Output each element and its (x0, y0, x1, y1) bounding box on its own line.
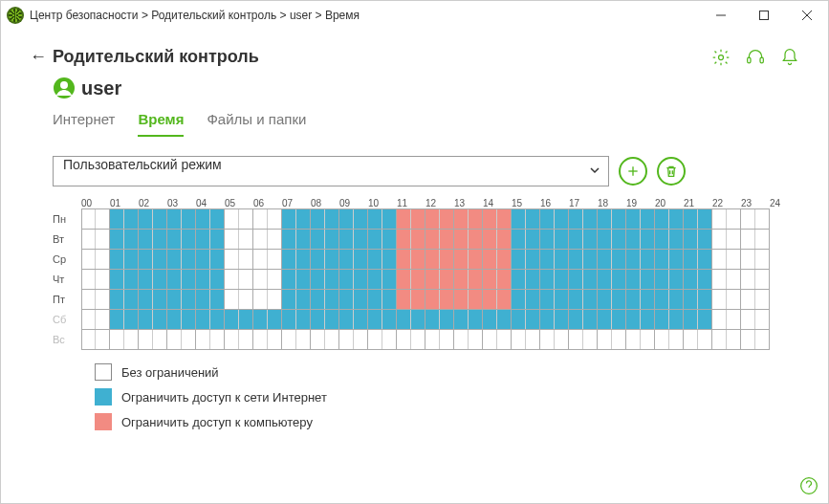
schedule-cell[interactable] (569, 310, 583, 329)
schedule-cell[interactable] (440, 209, 454, 229)
schedule-cell[interactable] (411, 209, 425, 229)
schedule-cell[interactable] (225, 310, 239, 329)
schedule-cell[interactable] (81, 330, 96, 349)
schedule-cell[interactable] (598, 270, 612, 289)
schedule-cell[interactable] (368, 310, 382, 329)
schedule-cell[interactable] (124, 250, 139, 269)
schedule-cell[interactable] (81, 209, 96, 229)
schedule-cell[interactable] (684, 230, 698, 249)
schedule-cell[interactable] (540, 330, 555, 349)
schedule-cell[interactable] (397, 270, 411, 289)
close-button[interactable] (785, 1, 828, 30)
schedule-cell[interactable] (440, 330, 454, 349)
schedule-cell[interactable] (311, 230, 325, 249)
schedule-cell[interactable] (741, 310, 755, 329)
schedule-cell[interactable] (397, 230, 411, 249)
schedule-cell[interactable] (397, 209, 411, 229)
schedule-cell[interactable] (512, 270, 526, 289)
schedule-cell[interactable] (411, 330, 425, 349)
schedule-cell[interactable] (425, 209, 440, 229)
schedule-cell[interactable] (253, 290, 268, 309)
schedule-cell[interactable] (655, 230, 669, 249)
schedule-cell[interactable] (268, 290, 282, 309)
schedule-cell[interactable] (454, 270, 469, 289)
schedule-cell[interactable] (454, 230, 469, 249)
schedule-cell[interactable] (139, 270, 153, 289)
schedule-cell[interactable] (196, 290, 210, 309)
schedule-cell[interactable] (569, 270, 583, 289)
schedule-cell[interactable] (253, 310, 268, 329)
schedule-cell[interactable] (712, 330, 727, 349)
schedule-cell[interactable] (225, 290, 239, 309)
schedule-cell[interactable] (239, 290, 253, 309)
tab-files[interactable]: Файлы и папки (207, 107, 306, 137)
schedule-cell[interactable] (153, 230, 167, 249)
schedule-cell[interactable] (382, 270, 397, 289)
schedule-cell[interactable] (411, 270, 425, 289)
schedule-cell[interactable] (741, 290, 755, 309)
schedule-cell[interactable] (483, 310, 497, 329)
schedule-cell[interactable] (712, 230, 727, 249)
help-button[interactable] (799, 476, 818, 495)
schedule-cell[interactable] (569, 250, 583, 269)
schedule-cell[interactable] (598, 230, 612, 249)
schedule-cell[interactable] (382, 290, 397, 309)
schedule-cell[interactable] (727, 270, 741, 289)
schedule-cell[interactable] (440, 270, 454, 289)
schedule-cell[interactable] (641, 290, 655, 309)
schedule-cell[interactable] (167, 330, 182, 349)
schedule-cell[interactable] (598, 310, 612, 329)
schedule-cell[interactable] (612, 310, 626, 329)
schedule-cell[interactable] (755, 290, 770, 309)
schedule-cell[interactable] (167, 230, 182, 249)
schedule-cell[interactable] (555, 250, 569, 269)
schedule-cell[interactable] (253, 250, 268, 269)
schedule-cell[interactable] (325, 290, 339, 309)
schedule-cell[interactable] (684, 250, 698, 269)
schedule-cell[interactable] (110, 209, 124, 229)
schedule-cell[interactable] (583, 209, 598, 229)
add-button[interactable] (619, 157, 647, 186)
schedule-cell[interactable] (411, 230, 425, 249)
schedule-cell[interactable] (210, 310, 225, 329)
schedule-cell[interactable] (110, 270, 124, 289)
schedule-cell[interactable] (196, 230, 210, 249)
schedule-cell[interactable] (96, 310, 110, 329)
schedule-cell[interactable] (296, 290, 311, 309)
schedule-cell[interactable] (526, 209, 540, 229)
schedule-cell[interactable] (497, 250, 512, 269)
schedule-cell[interactable] (382, 330, 397, 349)
schedule-cell[interactable] (483, 230, 497, 249)
schedule-cell[interactable] (368, 209, 382, 229)
schedule-cell[interactable] (641, 310, 655, 329)
schedule-cell[interactable] (311, 270, 325, 289)
schedule-cell[interactable] (755, 230, 770, 249)
schedule-cell[interactable] (483, 209, 497, 229)
schedule-cell[interactable] (469, 230, 483, 249)
schedule-cell[interactable] (512, 250, 526, 269)
gear-icon[interactable] (711, 48, 731, 67)
schedule-cell[interactable] (325, 250, 339, 269)
schedule-cell[interactable] (741, 250, 755, 269)
schedule-cell[interactable] (755, 330, 770, 349)
schedule-cell[interactable] (225, 270, 239, 289)
schedule-cell[interactable] (497, 330, 512, 349)
schedule-cell[interactable] (282, 290, 296, 309)
schedule-cell[interactable] (626, 209, 641, 229)
schedule-cell[interactable] (512, 290, 526, 309)
schedule-cell[interactable] (669, 250, 684, 269)
schedule-cell[interactable] (268, 209, 282, 229)
schedule-cell[interactable] (311, 209, 325, 229)
schedule-cell[interactable] (196, 250, 210, 269)
schedule-cell[interactable] (469, 310, 483, 329)
schedule-cell[interactable] (741, 209, 755, 229)
schedule-cell[interactable] (182, 310, 196, 329)
schedule-cell[interactable] (727, 330, 741, 349)
schedule-cell[interactable] (239, 250, 253, 269)
schedule-cell[interactable] (612, 290, 626, 309)
schedule-cell[interactable] (583, 250, 598, 269)
schedule-cell[interactable] (153, 209, 167, 229)
schedule-cell[interactable] (540, 250, 555, 269)
schedule-cell[interactable] (727, 290, 741, 309)
schedule-cell[interactable] (712, 209, 727, 229)
